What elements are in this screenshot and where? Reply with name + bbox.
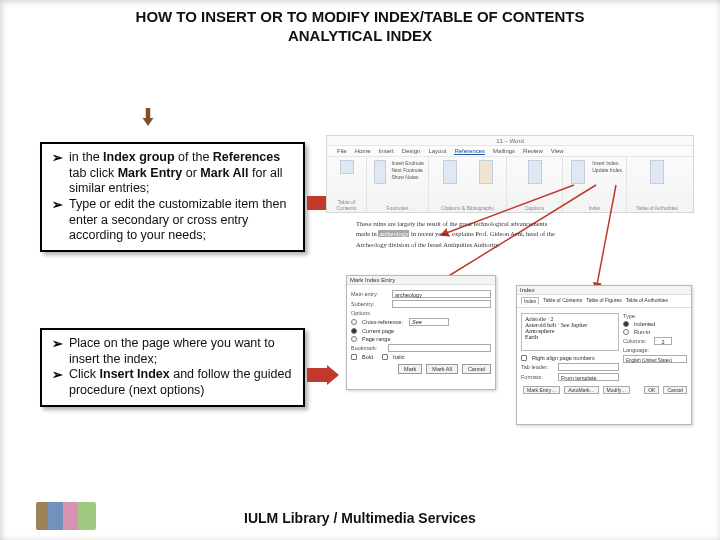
columns-input[interactable]: 2: [654, 337, 672, 345]
group-index: Insert Index Update Index Index: [563, 157, 627, 212]
index-preview: Aristotle · 2 Asteroid belt · See Jupite…: [521, 313, 619, 351]
dialog-title: Index: [517, 286, 691, 295]
type-runin-radio[interactable]: [623, 329, 629, 335]
main-entry-input[interactable]: archeology: [392, 290, 491, 298]
language-select[interactable]: English (United States): [623, 355, 687, 363]
group-authorities: Table of Authorities: [627, 157, 687, 212]
bookmark-input[interactable]: [388, 344, 491, 352]
tab-home[interactable]: Home: [355, 148, 371, 154]
mark-entry-icon[interactable]: [571, 160, 585, 184]
tab-mailings[interactable]: Mailings: [493, 148, 515, 154]
tab-design[interactable]: Design: [402, 148, 421, 154]
formats-select[interactable]: From template: [558, 373, 619, 381]
modify-button[interactable]: Modify…: [603, 386, 631, 394]
automark-button[interactable]: AutoMark…: [564, 386, 598, 394]
insert-citation-icon[interactable]: [443, 160, 457, 184]
insert-footnote-icon[interactable]: [374, 160, 386, 184]
insert-caption-icon[interactable]: [528, 160, 542, 184]
box1-bullet2: Type or edit the customizable item then …: [69, 197, 295, 244]
group-toc: Table of Contents: [327, 157, 367, 212]
subentry-input[interactable]: [392, 300, 491, 308]
mark-entry-button[interactable]: Mark Entry…: [523, 386, 560, 394]
screenshot-composite: 11 – Word File Home Insert Design Layout…: [326, 135, 694, 435]
dialog-title: Mark Index Entry: [347, 276, 495, 285]
dialog-tab-tof[interactable]: Table of Figures: [586, 297, 622, 305]
tab-view[interactable]: View: [551, 148, 564, 154]
dialog-insert-index: Index Index Table of Contents Table of F…: [516, 285, 692, 425]
highlighted-word: archeology: [378, 230, 409, 237]
tab-review[interactable]: Review: [523, 148, 543, 154]
dialog-mark-index-entry: Mark Index Entry Main entry: archeology …: [346, 275, 496, 390]
update-index-cmd[interactable]: Update Index: [592, 167, 622, 173]
instruction-box-1: ➢ in the Index group of the References t…: [40, 142, 305, 252]
dialog-tab-index[interactable]: Index: [521, 297, 539, 305]
title-line-2: ANALYTICAL INDEX: [100, 27, 620, 46]
cancel-button[interactable]: Cancel: [663, 386, 687, 394]
title-line-1: HOW TO INSERT OR TO MODIFY INDEX/TABLE O…: [100, 8, 620, 27]
toc-icon[interactable]: [340, 160, 354, 174]
tab-insert[interactable]: Insert: [379, 148, 394, 154]
bibliography-icon[interactable]: [479, 160, 493, 184]
bullet-icon: ➢: [52, 367, 63, 398]
bold-checkbox[interactable]: [351, 354, 357, 360]
document-body: These ruins are largely the result of th…: [356, 219, 686, 250]
down-arrow-icon: [142, 108, 154, 126]
bullet-icon: ➢: [52, 336, 63, 367]
dialog-tab-toa[interactable]: Table of Authorities: [626, 297, 668, 305]
tab-references[interactable]: References: [454, 148, 485, 155]
instruction-box-2: ➢ Place on the page where you want to in…: [40, 328, 305, 407]
tab-layout[interactable]: Layout: [428, 148, 446, 154]
group-citations: Citations & Bibliography: [429, 157, 507, 212]
bullet-icon: ➢: [52, 197, 63, 244]
ribbon-tabs: File Home Insert Design Layout Reference…: [327, 146, 693, 157]
italic-checkbox[interactable]: [382, 354, 388, 360]
tab-file[interactable]: File: [337, 148, 347, 154]
group-footnotes: Insert Endnote Next Footnote Show Notes …: [367, 157, 429, 212]
insert-index-cmd[interactable]: Insert Index: [592, 160, 622, 166]
ok-button[interactable]: OK: [644, 386, 659, 394]
tab-leader-select[interactable]: [558, 363, 619, 371]
mark-citation-icon[interactable]: [650, 160, 664, 184]
svg-rect-0: [146, 108, 151, 119]
cross-ref-radio[interactable]: [351, 319, 357, 325]
current-page-radio[interactable]: [351, 328, 357, 334]
page-range-radio[interactable]: [351, 336, 357, 342]
group-captions: Captions: [507, 157, 563, 212]
word-ribbon: 11 – Word File Home Insert Design Layout…: [326, 135, 694, 213]
svg-marker-1: [143, 118, 154, 126]
type-indented-radio[interactable]: [623, 321, 629, 327]
box2-bullet2: Click Insert Index and follow the guided…: [69, 367, 295, 398]
window-title: 11 – Word: [327, 136, 693, 146]
box2-bullet1: Place on the page where you want to inse…: [69, 336, 295, 367]
bullet-icon: ➢: [52, 150, 63, 197]
right-align-checkbox[interactable]: [521, 355, 527, 361]
cancel-button[interactable]: Cancel: [462, 364, 491, 374]
slide-title: HOW TO INSERT OR TO MODIFY INDEX/TABLE O…: [0, 8, 720, 46]
mark-button[interactable]: Mark: [398, 364, 422, 374]
box1-bullet1: in the Index group of the References tab…: [69, 150, 295, 197]
mark-all-button[interactable]: Mark All: [426, 364, 458, 374]
dialog-tab-toc[interactable]: Table of Contents: [543, 297, 582, 305]
footer-text: IULM Library / Multimedia Services: [0, 510, 720, 526]
cross-ref-input[interactable]: See: [409, 318, 449, 326]
